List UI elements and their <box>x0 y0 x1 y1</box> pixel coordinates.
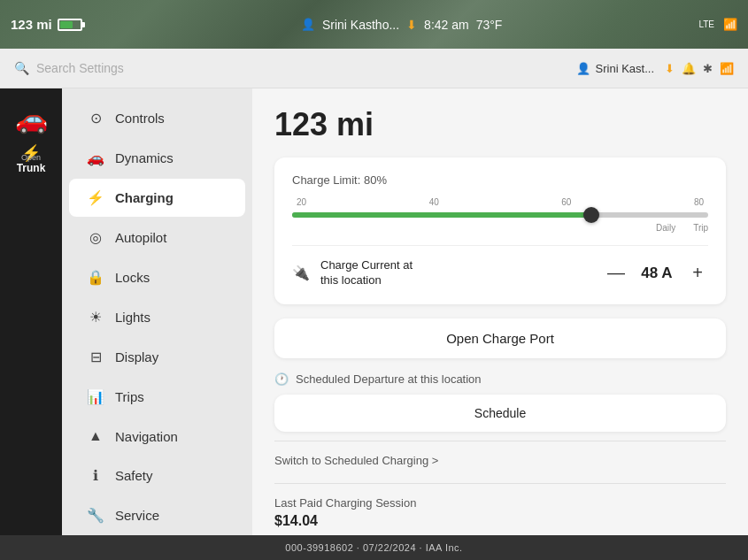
content-panel: 123 mi Charge Limit: 80% 20 40 60 80 Dai… <box>252 88 748 535</box>
search-user-name: Srini Kast... <box>596 62 654 75</box>
open-label: Open <box>0 153 62 162</box>
bottom-bar-text: 000-39918602 · 07/22/2024 · IAA Inc. <box>285 542 462 553</box>
charge-current-control: — 48 A + <box>605 263 708 283</box>
slider-fill <box>292 212 591 218</box>
slider-sublabels: Daily Trip <box>292 223 708 233</box>
plug-icon: 🔌 <box>292 265 310 281</box>
search-input[interactable]: Search Settings <box>36 61 124 75</box>
sidebar-item-display[interactable]: ⊟ Display <box>69 338 245 376</box>
charge-slider-track[interactable] <box>292 212 708 218</box>
safety-icon: ℹ <box>87 467 104 484</box>
autopilot-icon: ◎ <box>87 229 104 246</box>
range-heading: 123 mi <box>274 106 726 143</box>
tick-20: 20 <box>297 197 306 207</box>
switch-to-scheduled-charging-link[interactable]: Switch to Scheduled Charging > <box>274 450 726 471</box>
sidebar-label-safety: Safety <box>115 468 153 483</box>
sidebar-label-controls: Controls <box>115 111 165 126</box>
download-icon-top: ⬇ <box>406 18 417 32</box>
tick-80: 80 <box>694 197 704 207</box>
sidebar-item-trips[interactable]: 📊 Trips <box>69 378 245 416</box>
search-status-icons: ⬇ 🔔 ✱ 📶 <box>665 62 734 75</box>
controls-icon: ⊙ <box>87 110 104 127</box>
charge-current-row: 🔌 Charge Current atthis location — 48 A … <box>292 245 708 288</box>
charge-limit-label: Charge Limit: 80% <box>292 173 708 187</box>
service-icon: 🔧 <box>87 507 104 524</box>
sidebar-label-service: Service <box>115 508 159 523</box>
search-icon: 🔍 <box>14 61 29 75</box>
daily-label: Daily <box>656 223 675 233</box>
sidebar-item-locks[interactable]: 🔒 Locks <box>69 258 245 296</box>
settings-sidebar: ⊙ Controls 🚗 Dynamics ⚡ Charging ◎ Autop… <box>62 88 252 535</box>
time-display: 8:42 am <box>424 18 469 32</box>
range-display: 123 mi <box>11 17 52 32</box>
scheduled-departure-section: 🕐 Scheduled Departure at this location S… <box>274 372 726 533</box>
scheduled-departure-label: 🕐 Scheduled Departure at this location <box>274 372 726 386</box>
battery-fill <box>60 21 73 28</box>
last-session-amount: $14.04 <box>274 513 726 529</box>
charge-current-label: Charge Current atthis location <box>320 258 595 288</box>
open-trunk-area: Open Trunk <box>0 146 62 174</box>
signal-icon-search: 📶 <box>720 62 734 75</box>
tick-60: 60 <box>561 197 571 207</box>
display-icon: ⊟ <box>87 349 104 365</box>
sidebar-label-display: Display <box>115 349 158 364</box>
search-right: 👤 Srini Kast... ⬇ 🔔 ✱ 📶 <box>576 62 734 75</box>
charge-limit-card: Charge Limit: 80% 20 40 60 80 Daily Trip… <box>274 157 726 304</box>
bluetooth-icon: ✱ <box>703 62 713 75</box>
sidebar-item-controls[interactable]: ⊙ Controls <box>69 99 245 137</box>
download-icon-search: ⬇ <box>665 62 675 75</box>
battery-icon <box>58 19 82 31</box>
charging-icon: ⚡ <box>87 189 104 206</box>
lights-icon: ☀ <box>87 309 104 326</box>
sidebar-label-autopilot: Autopilot <box>115 230 166 245</box>
slider-thumb[interactable] <box>583 207 599 223</box>
top-bar-center: 👤 Srini Kastho... ⬇ 8:42 am 73°F <box>115 18 688 32</box>
section-divider-1 <box>274 441 726 441</box>
sidebar-item-lights[interactable]: ☀ Lights <box>69 298 245 336</box>
trips-icon: 📊 <box>87 388 104 405</box>
bottom-bar: 000-39918602 · 07/22/2024 · IAA Inc. <box>0 535 748 560</box>
locks-icon: 🔒 <box>87 269 104 286</box>
sidebar-item-safety[interactable]: ℹ Safety <box>69 456 245 495</box>
sidebar-item-charging[interactable]: ⚡ Charging <box>69 179 245 217</box>
search-bar: 🔍 Search Settings 👤 Srini Kast... ⬇ 🔔 ✱ … <box>0 49 748 88</box>
top-status-bar: 123 mi 👤 Srini Kastho... ⬇ 8:42 am 73°F … <box>0 0 748 49</box>
last-session-section: Last Paid Charging Session $14.04 <box>274 493 726 533</box>
section-divider-2 <box>274 483 726 484</box>
signal-icon: 📶 <box>723 18 737 31</box>
sidebar-label-navigation: Navigation <box>115 429 178 444</box>
main-content: ⊙ Controls 🚗 Dynamics ⚡ Charging ◎ Autop… <box>62 88 748 535</box>
decrease-current-button[interactable]: — <box>605 263 627 283</box>
schedule-button[interactable]: Schedule <box>274 395 726 432</box>
charge-current-value: 48 A <box>639 265 675 282</box>
sidebar-item-dynamics[interactable]: 🚗 Dynamics <box>69 139 245 177</box>
top-user-name: Srini Kastho... <box>322 18 399 32</box>
sidebar-item-service[interactable]: 🔧 Service <box>69 496 245 534</box>
slider-tick-labels: 20 40 60 80 <box>292 197 708 207</box>
top-bar-right: LTE 📶 <box>688 18 748 31</box>
lte-label: LTE <box>698 19 714 29</box>
temp-display: 73°F <box>476 18 503 32</box>
trunk-label: Trunk <box>0 162 62 174</box>
tick-40: 40 <box>429 197 439 207</box>
open-charge-port-button[interactable]: Open Charge Port <box>274 318 726 358</box>
navigation-icon: ▲ <box>87 428 104 444</box>
search-user-area: 👤 Srini Kast... <box>576 62 654 75</box>
sidebar-label-charging: Charging <box>115 190 174 205</box>
sidebar-item-navigation[interactable]: ▲ Navigation <box>69 418 245 455</box>
dynamics-icon: 🚗 <box>87 150 104 166</box>
increase-current-button[interactable]: + <box>687 263 708 283</box>
last-session-title: Last Paid Charging Session <box>274 496 726 510</box>
left-edge-panel: Open Trunk 🚗 ⚡ <box>0 49 62 535</box>
sidebar-label-dynamics: Dynamics <box>115 150 174 165</box>
sidebar-label-trips: Trips <box>115 389 144 404</box>
person-icon-search: 👤 <box>576 62 590 75</box>
bell-icon: 🔔 <box>682 62 696 75</box>
person-icon-top: 👤 <box>301 18 315 31</box>
sidebar-item-autopilot[interactable]: ◎ Autopilot <box>69 219 245 257</box>
clock-icon: 🕐 <box>274 372 289 386</box>
top-bar-left: 123 mi <box>0 17 115 32</box>
car-silhouette: 🚗 <box>15 104 48 134</box>
sidebar-label-locks: Locks <box>115 270 150 285</box>
sidebar-label-lights: Lights <box>115 310 150 325</box>
